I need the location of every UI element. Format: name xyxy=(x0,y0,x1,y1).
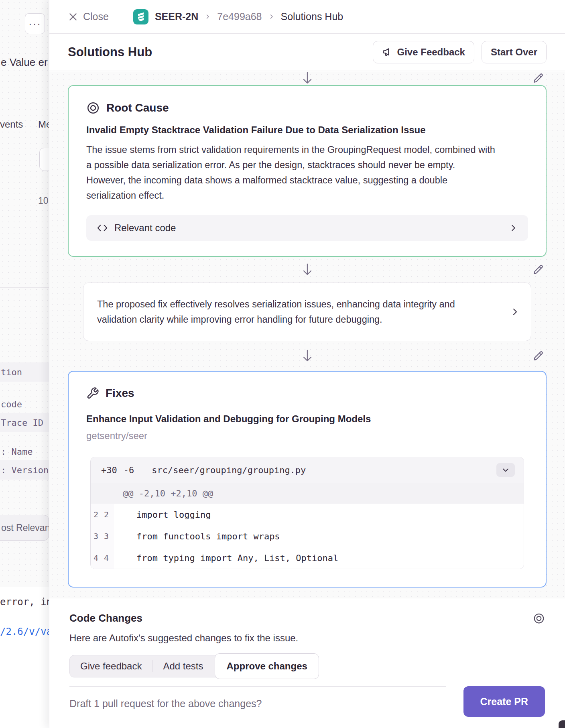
fixes-heading: Fixes xyxy=(106,387,134,400)
divider xyxy=(121,8,121,25)
line-number-new: 2 xyxy=(101,510,112,519)
background-count-fragment: 10 xyxy=(38,195,49,206)
diff-file-header[interactable]: +30 -6 src/seer/grouping/grouping.py xyxy=(91,457,524,483)
diff-viewer: +30 -6 src/seer/grouping/grouping.py @@ … xyxy=(90,457,524,569)
background-error-fragment: error, in xyxy=(0,596,52,608)
flow-connector xyxy=(68,341,547,371)
line-number-old: 3 xyxy=(91,531,101,541)
background-ellipsis-button[interactable]: ··· xyxy=(25,13,45,34)
ellipsis-icon: ··· xyxy=(28,18,41,30)
breadcrumb-page: Solutions Hub xyxy=(281,11,343,22)
edit-icon[interactable] xyxy=(532,72,544,84)
background-code-section xyxy=(0,587,49,728)
close-label: Close xyxy=(83,11,109,22)
root-cause-card: Root Cause Invalid Empty Stacktrace Vali… xyxy=(68,85,547,257)
megaphone-icon xyxy=(382,47,392,57)
background-heading-fragment: e Value er xyxy=(1,56,48,69)
line-number-new: 4 xyxy=(101,553,112,563)
arrow-down-icon xyxy=(302,350,313,362)
diff-line: 33 from functools import wraps xyxy=(91,525,524,547)
line-number-old: 2 xyxy=(91,510,101,519)
relevant-code-label: Relevant code xyxy=(114,222,176,234)
draft-pr-question: Draft 1 pull request for the above chang… xyxy=(69,698,446,710)
line-number-old: 4 xyxy=(91,553,101,563)
code-changes-actions: Give feedback Add tests Approve changes xyxy=(69,653,319,679)
diff-line: 22 import logging xyxy=(91,504,524,525)
chevron-down-icon xyxy=(502,466,510,474)
diff-line: 44 from typing import Any, List, Optiona… xyxy=(91,547,524,569)
solutions-hub-panel: Close SEER-2N 7e499a68 Solutions Hub Sol… xyxy=(49,0,565,728)
divider xyxy=(0,287,49,288)
create-pr-button[interactable]: Create PR xyxy=(463,686,545,717)
chevron-right-icon xyxy=(510,307,520,317)
arrow-down-icon xyxy=(302,263,313,276)
target-icon xyxy=(86,101,100,115)
background-row: : Name xyxy=(0,443,49,460)
root-cause-body: The issue stems from strict validation r… xyxy=(86,142,496,203)
background-row: : Version xyxy=(0,460,49,480)
wrench-icon xyxy=(86,387,99,400)
panel-header: Solutions Hub Give Feedback Start Over xyxy=(49,34,565,71)
start-over-button[interactable]: Start Over xyxy=(482,41,547,63)
fix-title: Enhance Input Validation and Debugging f… xyxy=(86,413,528,425)
give-feedback-button[interactable]: Give Feedback xyxy=(373,41,474,63)
approve-changes-button[interactable]: Approve changes xyxy=(215,653,319,679)
background-most-relevant-tab[interactable]: ost Relevan xyxy=(0,515,49,541)
arrow-down-icon xyxy=(302,72,313,85)
background-row: Trace ID xyxy=(0,413,49,432)
start-over-label: Start Over xyxy=(491,47,537,58)
relevant-code-expander[interactable]: Relevant code xyxy=(86,215,528,241)
background-row: tion xyxy=(0,362,49,382)
give-feedback-action-button[interactable]: Give feedback xyxy=(70,661,152,672)
diff-file-path: src/seer/grouping/grouping.py xyxy=(152,465,306,475)
flow-connector xyxy=(68,71,547,85)
close-icon xyxy=(68,12,78,22)
panel-content[interactable]: Root Cause Invalid Empty Stacktrace Vali… xyxy=(49,71,565,598)
page-title: Solutions Hub xyxy=(68,45,152,59)
diff-hunk-header: @@ -2,10 +2,10 @@ xyxy=(91,483,524,504)
diff-deletions: -6 xyxy=(124,465,134,475)
secondary-actions-group: Give feedback Add tests xyxy=(69,655,221,677)
code-icon xyxy=(97,222,108,234)
close-button[interactable]: Close xyxy=(68,11,109,22)
give-feedback-label: Give Feedback xyxy=(397,47,465,58)
background-page: ··· e Value er vents Me 10 tion code Tra… xyxy=(0,0,49,728)
background-tab-events[interactable]: vents xyxy=(0,119,23,130)
diff-collapse-button[interactable] xyxy=(496,463,515,477)
add-tests-button[interactable]: Add tests xyxy=(152,661,213,672)
fix-summary-text: The proposed fix effectively resolves se… xyxy=(97,297,458,327)
diff-code: import logging xyxy=(114,510,211,520)
root-cause-heading: Root Cause xyxy=(106,102,169,114)
divider xyxy=(0,139,49,139)
diff-code: from functools import wraps xyxy=(114,531,280,541)
background-row: code xyxy=(0,395,49,413)
diff-additions: +30 xyxy=(101,465,117,475)
code-changes-description: Here are Autofix's suggested changes to … xyxy=(69,632,545,644)
edit-icon[interactable] xyxy=(532,264,544,276)
edit-icon[interactable] xyxy=(532,350,544,362)
target-icon[interactable] xyxy=(533,612,545,624)
diff-code: from typing import Any, List, Optional xyxy=(114,553,338,563)
root-cause-title: Invalid Empty Stacktrace Validation Fail… xyxy=(86,124,528,136)
chevron-right-icon xyxy=(509,224,518,232)
seer-logo-icon xyxy=(133,9,148,24)
chevron-right-icon xyxy=(268,14,274,20)
breadcrumb-project[interactable]: SEER-2N xyxy=(155,11,198,22)
fixes-card: Fixes Enhance Input Validation and Debug… xyxy=(68,371,547,588)
breadcrumb-issue-id[interactable]: 7e499a68 xyxy=(217,11,262,22)
background-link-fragment[interactable]: /2.6/v/va xyxy=(0,626,52,637)
flow-connector xyxy=(68,257,547,283)
fix-summary-card[interactable]: The proposed fix effectively resolves se… xyxy=(83,283,531,341)
code-changes-heading: Code Changes xyxy=(69,612,142,624)
line-number-new: 3 xyxy=(101,531,112,541)
code-changes-sheet: Code Changes Here are Autofix's suggeste… xyxy=(49,598,565,728)
panel-topbar: Close SEER-2N 7e499a68 Solutions Hub xyxy=(49,0,565,34)
background-corner-fragment xyxy=(559,720,565,728)
chevron-right-icon xyxy=(205,14,211,20)
fix-repo: getsentry/seer xyxy=(86,430,528,441)
